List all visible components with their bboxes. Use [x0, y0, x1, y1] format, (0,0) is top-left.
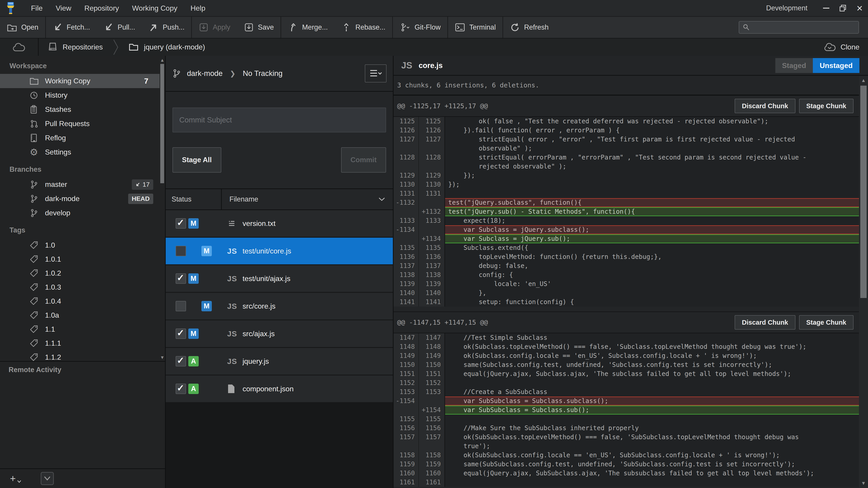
commit-button[interactable]: Commit: [341, 147, 386, 173]
diff-line-added[interactable]: +1134 var Subclass = jQuery.sub();: [394, 234, 859, 243]
menu-working-copy[interactable]: Working Copy: [125, 4, 184, 12]
stage-checkbox[interactable]: [176, 301, 186, 311]
terminal-button[interactable]: Terminal: [448, 17, 502, 38]
clone-button[interactable]: Clone: [823, 42, 860, 52]
file-row-test/unit/ajax.js[interactable]: MJStest/unit/ajax.js: [166, 265, 393, 292]
staged-tab[interactable]: Staged: [775, 58, 813, 73]
diff-line[interactable]: 11331133 expect(18);: [394, 216, 859, 225]
diff-line[interactable]: 11491149 ok(Subclass.config.locale == 'e…: [394, 351, 859, 360]
file-row-jquery.js[interactable]: AJSjquery.js: [166, 348, 393, 375]
fetch-button[interactable]: Fetch...: [46, 17, 97, 38]
sidebar-tag-1.1.1[interactable]: 1.1.1: [0, 336, 160, 350]
sidebar-item-reflog[interactable]: Reflog: [0, 131, 160, 145]
stage-chunk-button[interactable]: Stage Chunk: [799, 315, 854, 330]
tab-repositories[interactable]: Repositories: [39, 38, 112, 56]
diff-line[interactable]: 11601160 equal(jQuery.ajax, SubSubclass.…: [394, 469, 859, 478]
diff-line[interactable]: 11391139 locale: 'en_US': [394, 280, 859, 289]
stage-checkbox[interactable]: [176, 356, 186, 366]
diff-line[interactable]: 11471147 //Test Simple Subclass: [394, 333, 859, 342]
scroll-up-icon[interactable]: ▲: [859, 77, 868, 84]
column-filename[interactable]: Filename: [221, 189, 393, 209]
diff-line[interactable]: 11261126 }).fail( function( error , erro…: [394, 126, 859, 135]
search-box[interactable]: [739, 21, 859, 34]
diff-line-removed[interactable]: -1132test("jQuery.subclass", function(){: [394, 198, 859, 207]
sidebar-tag-1.0.1[interactable]: 1.0.1: [0, 252, 160, 266]
diff-scroll-thumb[interactable]: [860, 86, 867, 298]
diff-line[interactable]: 11611161: [394, 478, 859, 487]
discard-chunk-button[interactable]: Discard Chunk: [735, 315, 796, 330]
diff-line-added[interactable]: +1132test("jQuery.sub() - Static Methods…: [394, 207, 859, 216]
sort-chevron-icon[interactable]: [378, 197, 385, 201]
discard-chunk-button[interactable]: Discard Chunk: [735, 99, 796, 113]
scroll-down-icon[interactable]: ▼: [859, 480, 868, 486]
diff-line[interactable]: true');: [394, 442, 859, 451]
diff-line[interactable]: 11571157 ok(SubSubclass.topLevelMethod()…: [394, 433, 859, 442]
open-button[interactable]: Open: [0, 17, 45, 38]
toggle-pending-button[interactable]: [41, 472, 54, 485]
sidebar-tag-1.0[interactable]: 1.0: [0, 238, 160, 252]
diff-line[interactable]: 11521152: [394, 379, 859, 387]
stage-checkbox[interactable]: [176, 246, 186, 256]
sidebar-item-settings[interactable]: ⚙ Settings: [0, 145, 160, 159]
search-input[interactable]: [753, 24, 855, 31]
restore-button[interactable]: [835, 0, 851, 16]
sidebar-item-history[interactable]: History: [0, 88, 160, 102]
stage-checkbox[interactable]: [176, 384, 186, 394]
menu-help[interactable]: Help: [184, 4, 212, 12]
menu-repository[interactable]: Repository: [78, 4, 125, 12]
sidebar-tag-1.1[interactable]: 1.1: [0, 322, 160, 336]
merge-button[interactable]: Merge...: [281, 17, 335, 38]
file-row-version.txt[interactable]: Mversion.txt: [166, 210, 393, 237]
sidebar-item-working-copy[interactable]: Working Copy 7: [0, 74, 160, 88]
file-row-component.json[interactable]: Acomponent.json: [166, 376, 393, 402]
diff-line[interactable]: 11501150 same(Subclass.config.test, unde…: [394, 360, 859, 369]
column-status[interactable]: Status: [166, 189, 221, 209]
diff-line[interactable]: 11351135 Subclass.extend({: [394, 243, 859, 252]
file-table-header[interactable]: Status Filename: [166, 188, 393, 210]
git-flow-button[interactable]: Git-Flow: [393, 17, 447, 38]
diff-line[interactable]: 11291129 });: [394, 171, 859, 180]
diff-line[interactable]: 11581158 ok(SubSubclass.config.locale ==…: [394, 451, 859, 460]
diff-line[interactable]: 11381138 config: {: [394, 270, 859, 280]
diff-scrollbar[interactable]: ▲ ▼: [859, 76, 868, 488]
sidebar-tag-1.0a[interactable]: 1.0a: [0, 308, 160, 322]
save-button[interactable]: Save: [237, 17, 281, 38]
sidebar-item-stashes[interactable]: Stashes: [0, 102, 160, 117]
refresh-button[interactable]: Refresh: [503, 17, 555, 38]
scroll-up-icon[interactable]: ▲: [160, 58, 165, 63]
diff-line[interactable]: 11511151 equal(jQuery.ajax, Subclass.aja…: [394, 369, 859, 379]
stage-all-button[interactable]: Stage All: [173, 147, 221, 173]
sidebar-branch-master[interactable]: master 17: [0, 177, 160, 192]
sidebar-scrollbar[interactable]: ▲ ▼: [160, 57, 165, 361]
stage-checkbox[interactable]: [176, 218, 186, 229]
diff-line[interactable]: 11281128 strictEqual( errorParam , "erro…: [394, 153, 859, 162]
apply-button[interactable]: Apply: [192, 17, 237, 38]
diff-line[interactable]: 11411141 setup: function(config) {: [394, 297, 859, 306]
tab-repo-jquery-dark-mode[interactable]: jquery (dark-mode): [119, 38, 215, 56]
diff-line[interactable]: 11481148 ok(Subclass.topLevelMethod() ==…: [394, 342, 859, 351]
sidebar-tag-1.1.2[interactable]: 1.1.2: [0, 350, 160, 361]
sidebar-item-pull-requests[interactable]: Pull Requests: [0, 117, 160, 131]
diff-line[interactable]: 11561156 //Make Sure the SubSubclass inh…: [394, 424, 859, 433]
menu-file[interactable]: File: [24, 4, 49, 12]
add-button[interactable]: +: [10, 474, 21, 483]
diff-line[interactable]: 11531153 //Create a SubSubclass: [394, 387, 859, 396]
minimize-button[interactable]: [818, 0, 835, 16]
sidebar-branch-develop[interactable]: develop: [0, 206, 160, 220]
file-row-src/ajax.js[interactable]: MJSsrc/ajax.js: [166, 320, 393, 347]
stage-chunk-button[interactable]: Stage Chunk: [799, 99, 854, 113]
unstaged-tab[interactable]: Unstaged: [813, 58, 860, 73]
diff-line[interactable]: 11591159 same(SubSubclass.config.test, u…: [394, 460, 859, 469]
file-row-src/core.js[interactable]: MJSsrc/core.js: [166, 293, 393, 320]
diff-line-removed[interactable]: -1134 var Subclass = jQuery.subclass();: [394, 225, 859, 234]
pull-button[interactable]: Pull...: [97, 17, 142, 38]
diff-line-added[interactable]: +1154 var SubSubclass = Subclass.sub();: [394, 405, 859, 415]
diff-line[interactable]: 11551155: [394, 415, 859, 424]
push-button[interactable]: Push...: [142, 17, 191, 38]
diff-line[interactable]: 11401140 },: [394, 289, 859, 297]
diff-line-removed[interactable]: -1154 var SubSubclass = Subclass.subclas…: [394, 396, 859, 405]
sidebar-branch-dark-mode[interactable]: dark-mode HEAD: [0, 192, 160, 206]
diff-line[interactable]: observable" );: [394, 144, 859, 153]
sidebar-scroll-thumb[interactable]: [160, 64, 164, 183]
rebase-button[interactable]: Rebase...: [335, 17, 392, 38]
